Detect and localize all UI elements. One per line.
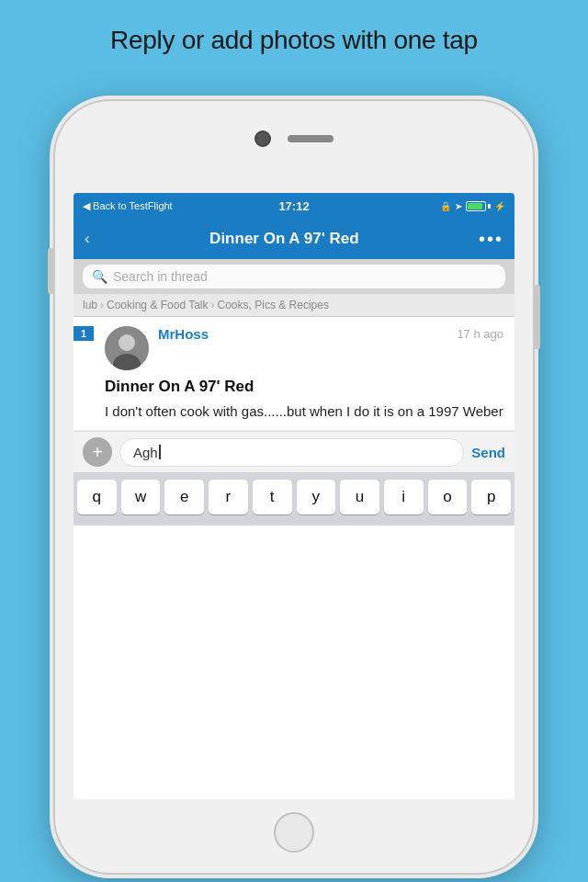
phone-frame: ◀ Back to TestFlight 17:12 🔒 ➤ ⚡ ‹ Dinne…	[55, 101, 533, 873]
breadcrumb-item-1[interactable]: lub	[83, 299, 97, 311]
svg-point-1	[119, 334, 135, 351]
key-u[interactable]: u	[340, 480, 379, 514]
key-t[interactable]: t	[253, 480, 292, 514]
post-title: Dinner On A 97' Red	[105, 378, 503, 396]
key-w[interactable]: w	[121, 480, 161, 514]
status-right: 🔒 ➤ ⚡	[440, 201, 505, 211]
reply-bar: + Agh Send	[74, 431, 514, 472]
key-e[interactable]: e	[164, 480, 204, 514]
key-q[interactable]: q	[77, 480, 117, 514]
key-i[interactable]: i	[384, 480, 424, 514]
breadcrumb-item-3[interactable]: Cooks, Pics & Recipes	[218, 299, 329, 311]
battery-body	[466, 201, 486, 211]
key-p[interactable]: p	[471, 480, 511, 514]
post-author[interactable]: MrHoss	[158, 326, 209, 342]
lightning-icon: ⚡	[494, 201, 505, 211]
more-button[interactable]: •••	[479, 229, 503, 250]
key-y[interactable]: y	[297, 480, 336, 514]
add-media-button[interactable]: +	[83, 437, 112, 467]
breadcrumb-chevron-2: ›	[211, 299, 215, 311]
camera	[254, 130, 271, 147]
phone-screen: ◀ Back to TestFlight 17:12 🔒 ➤ ⚡ ‹ Dinne…	[74, 193, 514, 799]
post-body: I don't often cook with gas......but whe…	[105, 401, 503, 421]
status-bar: ◀ Back to TestFlight 17:12 🔒 ➤ ⚡	[74, 193, 514, 219]
top-label: Reply or add photos with one tap	[0, 0, 588, 74]
key-r[interactable]: r	[209, 480, 248, 514]
keyboard-row-1: q w e r t y u i o p	[77, 480, 511, 514]
reply-input[interactable]: Agh	[119, 438, 464, 467]
thread-content: 1 MrHoss 17 h ago	[74, 317, 514, 431]
post-meta: MrHoss 17 h ago	[158, 326, 503, 342]
post-item: 1 MrHoss 17 h ago	[74, 317, 514, 431]
search-input-wrapper[interactable]: 🔍 Search in thread	[83, 265, 505, 288]
lock-icon: 🔒	[440, 201, 451, 211]
breadcrumb: lub › Cooking & Food Talk › Cooks, Pics …	[74, 294, 514, 317]
location-icon: ➤	[455, 201, 462, 211]
post-header: MrHoss 17 h ago	[105, 326, 503, 370]
post-number: 1	[74, 326, 94, 341]
back-to-testflight[interactable]: ◀ Back to TestFlight	[83, 200, 173, 212]
reply-input-text: Agh	[133, 445, 158, 460]
nav-title: Dinner On A 97' Red	[90, 230, 479, 248]
send-button[interactable]: Send	[471, 445, 505, 460]
breadcrumb-chevron-1: ›	[100, 299, 104, 311]
avatar	[105, 326, 149, 370]
breadcrumb-item-2[interactable]: Cooking & Food Talk	[107, 299, 209, 311]
phone-top-elements	[254, 130, 334, 147]
battery-tip	[488, 204, 491, 209]
keyboard: q w e r t y u i o p	[74, 472, 514, 526]
search-placeholder: Search in thread	[113, 269, 208, 284]
home-button[interactable]	[274, 812, 314, 853]
battery	[466, 201, 491, 211]
search-icon: 🔍	[92, 269, 107, 284]
nav-bar: ‹ Dinner On A 97' Red •••	[74, 219, 514, 259]
search-bar[interactable]: 🔍 Search in thread	[74, 259, 514, 294]
status-time: 17:12	[278, 199, 309, 213]
key-o[interactable]: o	[428, 480, 468, 514]
text-cursor	[159, 445, 161, 459]
earpiece	[288, 135, 334, 142]
battery-fill	[468, 203, 482, 209]
post-time: 17 h ago	[457, 327, 503, 341]
